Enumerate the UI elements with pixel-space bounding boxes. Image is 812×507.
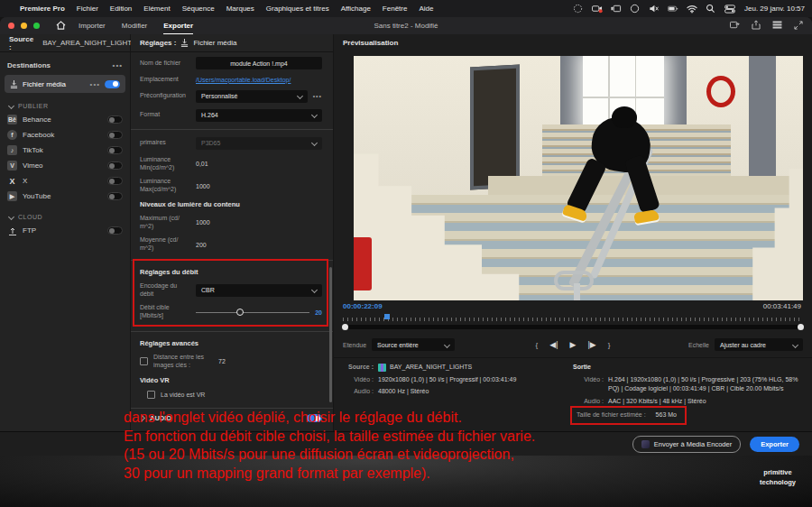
destinations-menu-icon[interactable]: ••• [113, 61, 123, 69]
destination-x[interactable]: X X [0, 173, 130, 189]
bitrate-encoding-select[interactable]: CBR [196, 284, 322, 297]
audio-section-row[interactable]: AUDIO [131, 408, 333, 427]
menu-sequence[interactable]: Séquence [182, 5, 215, 13]
menu-element[interactable]: Elément [143, 5, 170, 13]
bitrate-slider[interactable]: 20 [196, 309, 322, 316]
playhead-marker[interactable] [384, 314, 390, 319]
destination-ftp[interactable]: FTP [0, 223, 130, 238]
screen-record-icon[interactable] [573, 4, 584, 14]
menubar-clock[interactable]: Jeu. 29 janv. 10:57 [744, 5, 805, 13]
preset-label: Préconfiguration [140, 92, 196, 100]
preset-select[interactable]: Personnalisé [196, 90, 308, 103]
slider-thumb[interactable] [236, 309, 244, 316]
scale-select[interactable]: Ajuster au cadre [715, 338, 803, 351]
x-toggle[interactable] [107, 177, 123, 185]
tab-modifier[interactable]: Modifier [122, 18, 147, 33]
send-to-media-encoder-button[interactable]: Envoyer à Media Encoder [632, 436, 741, 453]
close-window-button[interactable] [8, 23, 14, 29]
destination-facebook[interactable]: f Facebook [0, 127, 130, 143]
menu-fichier[interactable]: Fichier [77, 5, 98, 13]
menu-marques[interactable]: Marques [226, 5, 254, 13]
output-video-value: H.264 | 1920x1080 (1,0) | 50 i/s | Progr… [608, 375, 805, 394]
watermark-line2: technology [760, 478, 796, 488]
output-summary-title: Sortie [573, 363, 805, 373]
menu-graphiques[interactable]: Graphiques et titres [266, 5, 329, 13]
media-encoder-label: Envoyer à Media Encoder [654, 440, 732, 448]
luminance-min-value[interactable]: 0,01 [196, 161, 322, 167]
youtube-toggle[interactable] [107, 192, 123, 200]
menu-premiere-pro[interactable]: Premiere Pro [20, 5, 65, 13]
destination-behance[interactable]: Bē Behance [0, 112, 130, 127]
scale-label: Echelle [688, 342, 709, 348]
control-center-icon[interactable] [724, 4, 735, 14]
vimeo-toggle[interactable] [107, 161, 123, 170]
export-bar: Envoyer à Media Encoder Exporter [0, 431, 812, 456]
home-icon[interactable] [56, 21, 66, 32]
minimize-window-button[interactable] [21, 23, 27, 29]
ftp-toggle[interactable] [107, 226, 123, 235]
video-preview[interactable] [354, 56, 803, 300]
search-icon[interactable] [706, 4, 716, 14]
vimeo-icon: V [7, 161, 17, 171]
file-media-toggle[interactable] [105, 80, 120, 88]
step-back-button[interactable]: ◀| [549, 340, 558, 349]
behance-toggle[interactable] [107, 115, 123, 124]
estimated-size-value: 563 Mo [656, 411, 677, 418]
destination-tiktok[interactable]: ♪ TikTok [0, 143, 130, 158]
range-in-handle[interactable] [342, 324, 348, 330]
location-link[interactable]: /Users/macportable.load/Desktop/ [196, 77, 322, 83]
menu-edition[interactable]: Edition [110, 5, 132, 13]
range-label: Etendue [343, 342, 366, 348]
destination-vimeo[interactable]: V Vimeo [0, 158, 130, 173]
preset-menu-icon[interactable]: ••• [313, 93, 322, 99]
avg-cd-value[interactable]: 200 [196, 242, 322, 248]
fullscreen-icon[interactable] [794, 21, 803, 32]
shortcut-circle-icon[interactable] [630, 4, 641, 14]
destinations-label: Destinations [7, 61, 51, 69]
bitrate-section-title: Réglages du débit [140, 268, 322, 276]
bitrate-target-value[interactable]: 20 [315, 309, 322, 316]
mark-out-button[interactable]: } [608, 341, 611, 349]
timeline-ruler[interactable] [343, 315, 803, 321]
format-select[interactable]: H.264 [196, 109, 322, 122]
chevron-down-icon[interactable] [8, 103, 14, 109]
bitrate-target-label: Débit cible [Mbits/s] [140, 304, 196, 320]
wifi-icon[interactable] [687, 4, 697, 14]
step-forward-button[interactable]: |▶ [587, 340, 595, 349]
destination-youtube[interactable]: ▶ YouTube [0, 189, 130, 204]
play-button[interactable]: ▶ [570, 340, 577, 349]
settings-scrollbar[interactable] [329, 267, 332, 402]
audio-section-label: AUDIO [150, 414, 171, 422]
file-media-menu-icon[interactable]: ••• [90, 80, 100, 88]
youtube-icon: ▶ [7, 191, 17, 201]
stage-manager-icon[interactable] [611, 4, 622, 14]
range-out-handle[interactable] [798, 324, 804, 330]
range-select[interactable]: Source entière [372, 338, 455, 351]
vr-checkbox[interactable] [147, 391, 155, 399]
max-cd-value[interactable]: 1000 [196, 219, 322, 226]
audio-toggle[interactable] [307, 414, 322, 422]
destination-file-media[interactable]: Fichier média ••• [5, 75, 125, 93]
keyframe-checkbox[interactable] [140, 357, 148, 365]
tab-importer[interactable]: Importer [78, 18, 106, 33]
filename-input[interactable]: module Action !.mp4 [196, 57, 322, 69]
quick-export-icon[interactable] [730, 21, 740, 32]
chevron-down-icon[interactable] [8, 214, 14, 220]
range-scrubber[interactable] [343, 325, 803, 329]
chevron-down-icon [444, 341, 450, 347]
keyframe-value[interactable]: 72 [218, 358, 226, 364]
menu-fenetre[interactable]: Fenêtre [383, 5, 408, 13]
export-button[interactable]: Exporter [750, 437, 799, 452]
facebook-toggle[interactable] [107, 131, 123, 139]
menu-aide[interactable]: Aide [419, 5, 433, 13]
workspace-icon[interactable] [772, 21, 782, 31]
mark-in-button[interactable]: { [536, 341, 539, 349]
camera-recording-icon[interactable] [592, 4, 603, 14]
menu-affichage[interactable]: Affichage [341, 5, 371, 13]
mute-icon[interactable] [649, 4, 660, 14]
luminance-max-value[interactable]: 1000 [196, 183, 322, 189]
tiktok-toggle[interactable] [107, 146, 123, 154]
share-icon[interactable] [752, 20, 761, 32]
tab-exporter[interactable]: Exporter [163, 18, 193, 34]
zoom-window-button[interactable] [33, 23, 40, 29]
